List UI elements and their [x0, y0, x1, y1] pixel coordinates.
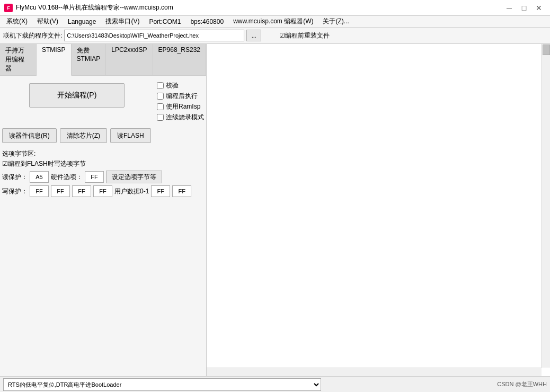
run-after-checkbox[interactable] — [157, 93, 164, 100]
title-controls: ─ □ ✕ — [502, 3, 546, 13]
file-browse-button[interactable]: ... — [246, 30, 261, 41]
menu-system[interactable]: 系统(X) — [2, 16, 32, 27]
main-container: 联机下载的程序文件: ... ☑编程前重装文件 手持万用编程器 STMISP 免… — [0, 28, 550, 392]
continuous-burn-checkbox-label[interactable]: 连续烧录模式 — [157, 113, 204, 122]
verify-checkbox[interactable] — [157, 82, 164, 89]
write-protect-input-1[interactable] — [51, 185, 70, 197]
hardware-option-input[interactable] — [85, 171, 104, 183]
tab-lpc2xxx[interactable]: LPC2xxxISP — [106, 44, 153, 75]
write-protect-input-2[interactable] — [72, 185, 91, 197]
file-row: 联机下载的程序文件: ... ☑编程前重装文件 — [0, 28, 550, 44]
use-ramisp-checkbox-label[interactable]: 使用RamIsp — [157, 102, 204, 111]
app-icon: F — [4, 4, 13, 12]
boot-mode-select[interactable]: RTS的低电平复位,DTR高电平进BootLoader — [3, 378, 321, 391]
scrollbar-thumb[interactable] — [543, 44, 550, 55]
write-protect-input-3[interactable] — [93, 185, 112, 197]
use-ramisp-label: 使用RamIsp — [166, 102, 200, 111]
tab-stmisp[interactable]: STMISP — [37, 44, 72, 76]
tab-universal-programmer[interactable]: 手持万用编程器 — [0, 44, 37, 75]
write-protect-row: 写保护： 用户数据0-1 — [2, 185, 204, 197]
status-right-text: CSDN @老王WHH — [497, 380, 547, 388]
action-button-row: 读器件信息(R) 清除芯片(Z) 读FLASH — [2, 128, 204, 143]
file-path-input[interactable] — [64, 30, 244, 41]
left-panel: 手持万用编程器 STMISP 免费STMIAP LPC2xxxISP EP968… — [0, 44, 207, 376]
minimize-button[interactable]: ─ — [502, 3, 516, 13]
close-button[interactable]: ✕ — [532, 3, 546, 13]
write-option-checkbox-row: ☑编程到FLASH时写选项字节 — [2, 159, 204, 168]
continuous-burn-label: 连续烧录模式 — [166, 113, 204, 122]
set-option-bytes-button[interactable]: 设定选项字节等 — [106, 171, 162, 183]
option-bytes-title: 选项字节区: — [2, 149, 204, 158]
verify-label: 校验 — [166, 81, 179, 90]
user-data-label: 用户数据0-1 — [114, 187, 149, 196]
user-data-input-0[interactable] — [151, 185, 170, 197]
menu-bar: 系统(X) 帮助(V) Language 搜索串口(V) Port:COM1 b… — [0, 16, 550, 28]
top-section: 开始编程(P) 校验 编程后执行 使用RamIsp — [0, 76, 206, 125]
title-text: FlyMcu V0.168--单片机在线编程专家--www.mcuisp.com — [16, 3, 173, 12]
menu-bps[interactable]: bps:460800 — [186, 17, 228, 26]
right-scrollbar[interactable] — [542, 44, 550, 368]
bottom-scrollbar[interactable] — [207, 368, 542, 376]
tab-free-stmiap[interactable]: 免费STMIAP — [72, 44, 107, 75]
options-checkboxes: 校验 编程后执行 使用RamIsp 连续烧录模式 — [157, 81, 204, 122]
menu-help[interactable]: 帮助(V) — [33, 16, 63, 27]
erase-chip-button[interactable]: 清除芯片(Z) — [60, 128, 107, 143]
status-bar: RTS的低电平复位,DTR高电平进BootLoader CSDN @老王WHH — [0, 376, 550, 392]
read-protect-label: 读保护： — [2, 173, 28, 182]
option-bytes-section: 选项字节区: ☑编程到FLASH时写选项字节 读保护： 硬件选项： 设定选项字节… — [0, 146, 206, 199]
maximize-button[interactable]: □ — [517, 3, 531, 13]
file-label: 联机下载的程序文件: — [3, 31, 62, 40]
hardware-option-label: 硬件选项： — [51, 173, 83, 182]
use-ramisp-checkbox[interactable] — [157, 103, 164, 110]
tab-bar: 手持万用编程器 STMISP 免费STMIAP LPC2xxxISP EP968… — [0, 44, 206, 76]
reload-file-checkbox[interactable]: ☑编程前重装文件 — [279, 31, 330, 40]
content-area: 手持万用编程器 STMISP 免费STMIAP LPC2xxxISP EP968… — [0, 44, 550, 376]
menu-search-port[interactable]: 搜索串口(V) — [101, 16, 144, 27]
tab-ep968[interactable]: EP968_RS232 — [153, 44, 206, 75]
title-bar-left: F FlyMcu V0.168--单片机在线编程专家--www.mcuisp.c… — [4, 3, 173, 12]
read-flash-button[interactable]: 读FLASH — [110, 128, 151, 143]
write-protect-label: 写保护： — [2, 187, 28, 196]
read-protect-input[interactable] — [30, 171, 49, 183]
continuous-burn-checkbox[interactable] — [157, 114, 164, 121]
read-protect-row: 读保护： 硬件选项： 设定选项字节等 — [2, 171, 204, 183]
menu-about[interactable]: 关于(Z)... — [318, 16, 353, 27]
read-device-info-button[interactable]: 读器件信息(R) — [2, 128, 57, 143]
menu-language[interactable]: Language — [64, 17, 100, 26]
menu-port-com1[interactable]: Port:COM1 — [145, 17, 185, 26]
reload-file-checkbox-label[interactable]: ☑编程前重装文件 — [279, 31, 330, 40]
right-panel — [207, 44, 550, 376]
run-after-checkbox-label[interactable]: 编程后执行 — [157, 92, 204, 101]
title-bar: F FlyMcu V0.168--单片机在线编程专家--www.mcuisp.c… — [0, 0, 550, 16]
start-programming-button[interactable]: 开始编程(P) — [29, 83, 125, 108]
write-option-checkbox-text: ☑编程到FLASH时写选项字节 — [2, 160, 86, 167]
menu-programmer[interactable]: www.mcuisp.com 编程器(W) — [229, 16, 317, 27]
write-protect-input-0[interactable] — [30, 185, 49, 197]
verify-checkbox-label[interactable]: 校验 — [157, 81, 204, 90]
write-option-checkbox-label[interactable]: ☑编程到FLASH时写选项字节 — [2, 160, 86, 167]
user-data-input-1[interactable] — [172, 185, 191, 197]
run-after-label: 编程后执行 — [166, 92, 198, 101]
